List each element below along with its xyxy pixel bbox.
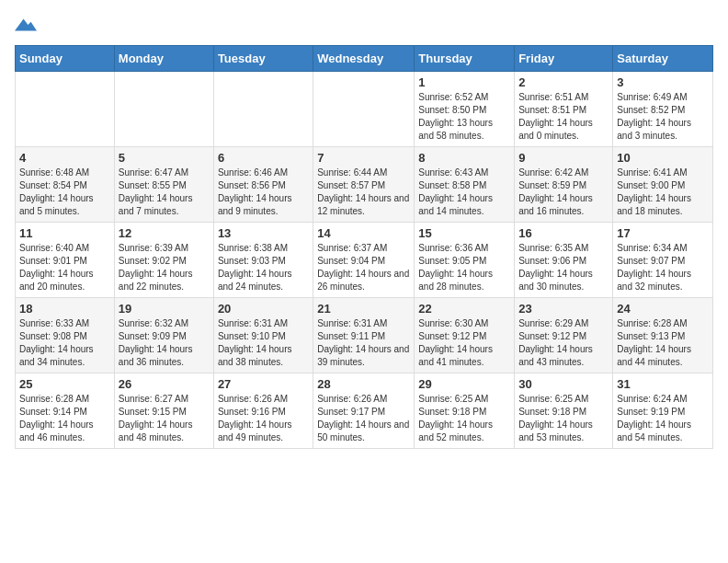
calendar-cell: 3Sunrise: 6:49 AM Sunset: 8:52 PM Daylig… bbox=[613, 72, 713, 147]
calendar-week-row: 1Sunrise: 6:52 AM Sunset: 8:50 PM Daylig… bbox=[16, 72, 713, 147]
calendar-week-row: 11Sunrise: 6:40 AM Sunset: 9:01 PM Dayli… bbox=[16, 223, 713, 298]
day-number: 12 bbox=[119, 226, 210, 240]
calendar-cell bbox=[114, 72, 213, 147]
day-info: Sunrise: 6:29 AM Sunset: 9:12 PM Dayligh… bbox=[518, 317, 609, 369]
page-header bbox=[15, 15, 713, 34]
day-number: 19 bbox=[119, 302, 210, 316]
day-info: Sunrise: 6:47 AM Sunset: 8:55 PM Dayligh… bbox=[119, 167, 210, 218]
day-info: Sunrise: 6:42 AM Sunset: 8:59 PM Dayligh… bbox=[518, 167, 609, 218]
calendar-cell: 19Sunrise: 6:32 AM Sunset: 9:09 PM Dayli… bbox=[114, 298, 213, 373]
day-info: Sunrise: 6:35 AM Sunset: 9:06 PM Dayligh… bbox=[518, 242, 609, 293]
day-number: 20 bbox=[218, 302, 309, 316]
day-info: Sunrise: 6:31 AM Sunset: 9:10 PM Dayligh… bbox=[218, 317, 309, 369]
day-info: Sunrise: 6:46 AM Sunset: 8:56 PM Dayligh… bbox=[218, 167, 309, 218]
day-number: 11 bbox=[19, 226, 110, 240]
calendar-cell bbox=[313, 72, 415, 147]
calendar-cell: 17Sunrise: 6:34 AM Sunset: 9:07 PM Dayli… bbox=[613, 223, 713, 298]
calendar-week-row: 25Sunrise: 6:28 AM Sunset: 9:14 PM Dayli… bbox=[16, 373, 713, 449]
day-of-week-header: Wednesday bbox=[313, 46, 415, 72]
day-info: Sunrise: 6:36 AM Sunset: 9:05 PM Dayligh… bbox=[418, 242, 510, 293]
calendar-cell: 29Sunrise: 6:25 AM Sunset: 9:18 PM Dayli… bbox=[415, 373, 515, 449]
day-info: Sunrise: 6:43 AM Sunset: 8:58 PM Dayligh… bbox=[418, 167, 510, 218]
calendar-cell: 25Sunrise: 6:28 AM Sunset: 9:14 PM Dayli… bbox=[16, 373, 115, 449]
calendar-cell: 12Sunrise: 6:39 AM Sunset: 9:02 PM Dayli… bbox=[114, 223, 213, 298]
day-of-week-header: Thursday bbox=[415, 46, 515, 72]
calendar-week-row: 4Sunrise: 6:48 AM Sunset: 8:54 PM Daylig… bbox=[16, 147, 713, 223]
day-number: 26 bbox=[119, 377, 210, 391]
day-info: Sunrise: 6:34 AM Sunset: 9:07 PM Dayligh… bbox=[617, 242, 709, 293]
day-number: 17 bbox=[617, 226, 709, 240]
day-number: 15 bbox=[418, 226, 510, 240]
day-number: 5 bbox=[119, 151, 210, 165]
day-number: 30 bbox=[518, 377, 609, 391]
day-number: 28 bbox=[317, 377, 410, 391]
calendar-cell: 26Sunrise: 6:27 AM Sunset: 9:15 PM Dayli… bbox=[114, 373, 213, 449]
calendar-cell: 21Sunrise: 6:31 AM Sunset: 9:11 PM Dayli… bbox=[313, 298, 415, 373]
day-info: Sunrise: 6:38 AM Sunset: 9:03 PM Dayligh… bbox=[218, 242, 309, 293]
calendar-cell: 2Sunrise: 6:51 AM Sunset: 8:51 PM Daylig… bbox=[515, 72, 613, 147]
calendar-cell: 8Sunrise: 6:43 AM Sunset: 8:58 PM Daylig… bbox=[415, 147, 515, 223]
day-of-week-header: Saturday bbox=[613, 46, 713, 72]
day-info: Sunrise: 6:28 AM Sunset: 9:13 PM Dayligh… bbox=[617, 317, 709, 369]
day-number: 3 bbox=[617, 75, 709, 89]
calendar-cell: 27Sunrise: 6:26 AM Sunset: 9:16 PM Dayli… bbox=[213, 373, 313, 449]
calendar-cell: 22Sunrise: 6:30 AM Sunset: 9:12 PM Dayli… bbox=[415, 298, 515, 373]
logo bbox=[15, 15, 40, 34]
day-number: 22 bbox=[418, 302, 510, 316]
day-number: 31 bbox=[617, 377, 709, 391]
day-info: Sunrise: 6:31 AM Sunset: 9:11 PM Dayligh… bbox=[317, 317, 410, 369]
day-number: 25 bbox=[19, 377, 110, 391]
day-number: 10 bbox=[617, 151, 709, 165]
calendar-cell: 13Sunrise: 6:38 AM Sunset: 9:03 PM Dayli… bbox=[213, 223, 313, 298]
day-number: 9 bbox=[518, 151, 609, 165]
calendar-cell: 28Sunrise: 6:26 AM Sunset: 9:17 PM Dayli… bbox=[313, 373, 415, 449]
day-number: 8 bbox=[418, 151, 510, 165]
calendar-cell: 18Sunrise: 6:33 AM Sunset: 9:08 PM Dayli… bbox=[16, 298, 115, 373]
day-info: Sunrise: 6:37 AM Sunset: 9:04 PM Dayligh… bbox=[317, 242, 410, 293]
calendar-cell: 1Sunrise: 6:52 AM Sunset: 8:50 PM Daylig… bbox=[415, 72, 515, 147]
calendar-cell: 5Sunrise: 6:47 AM Sunset: 8:55 PM Daylig… bbox=[114, 147, 213, 223]
calendar-cell: 31Sunrise: 6:24 AM Sunset: 9:19 PM Dayli… bbox=[613, 373, 713, 449]
calendar-week-row: 18Sunrise: 6:33 AM Sunset: 9:08 PM Dayli… bbox=[16, 298, 713, 373]
calendar-cell: 10Sunrise: 6:41 AM Sunset: 9:00 PM Dayli… bbox=[613, 147, 713, 223]
day-number: 29 bbox=[418, 377, 510, 391]
day-info: Sunrise: 6:27 AM Sunset: 9:15 PM Dayligh… bbox=[119, 393, 210, 444]
day-number: 6 bbox=[218, 151, 309, 165]
day-of-week-header: Friday bbox=[515, 46, 613, 72]
days-header-row: SundayMondayTuesdayWednesdayThursdayFrid… bbox=[16, 46, 713, 72]
day-info: Sunrise: 6:26 AM Sunset: 9:17 PM Dayligh… bbox=[317, 393, 410, 444]
day-number: 16 bbox=[518, 226, 609, 240]
calendar-cell bbox=[213, 72, 313, 147]
day-number: 18 bbox=[19, 302, 110, 316]
day-number: 2 bbox=[518, 75, 609, 89]
day-number: 7 bbox=[317, 151, 410, 165]
day-of-week-header: Monday bbox=[114, 46, 213, 72]
day-info: Sunrise: 6:33 AM Sunset: 9:08 PM Dayligh… bbox=[19, 317, 110, 369]
day-info: Sunrise: 6:51 AM Sunset: 8:51 PM Dayligh… bbox=[518, 91, 609, 143]
day-info: Sunrise: 6:30 AM Sunset: 9:12 PM Dayligh… bbox=[418, 317, 510, 369]
calendar-cell: 24Sunrise: 6:28 AM Sunset: 9:13 PM Dayli… bbox=[613, 298, 713, 373]
calendar-cell: 6Sunrise: 6:46 AM Sunset: 8:56 PM Daylig… bbox=[213, 147, 313, 223]
calendar-cell bbox=[16, 72, 115, 147]
calendar-cell: 4Sunrise: 6:48 AM Sunset: 8:54 PM Daylig… bbox=[16, 147, 115, 223]
day-info: Sunrise: 6:48 AM Sunset: 8:54 PM Dayligh… bbox=[19, 167, 110, 218]
day-number: 23 bbox=[518, 302, 609, 316]
day-number: 13 bbox=[218, 226, 309, 240]
day-number: 27 bbox=[218, 377, 309, 391]
day-info: Sunrise: 6:24 AM Sunset: 9:19 PM Dayligh… bbox=[617, 393, 709, 444]
day-info: Sunrise: 6:26 AM Sunset: 9:16 PM Dayligh… bbox=[218, 393, 309, 444]
day-info: Sunrise: 6:25 AM Sunset: 9:18 PM Dayligh… bbox=[518, 393, 609, 444]
day-number: 4 bbox=[19, 151, 110, 165]
day-number: 24 bbox=[617, 302, 709, 316]
day-number: 1 bbox=[418, 75, 510, 89]
day-of-week-header: Tuesday bbox=[213, 46, 313, 72]
calendar-cell: 7Sunrise: 6:44 AM Sunset: 8:57 PM Daylig… bbox=[313, 147, 415, 223]
calendar: SundayMondayTuesdayWednesdayThursdayFrid… bbox=[15, 45, 713, 449]
day-info: Sunrise: 6:25 AM Sunset: 9:18 PM Dayligh… bbox=[418, 393, 510, 444]
day-number: 14 bbox=[317, 226, 410, 240]
calendar-cell: 23Sunrise: 6:29 AM Sunset: 9:12 PM Dayli… bbox=[515, 298, 613, 373]
day-info: Sunrise: 6:44 AM Sunset: 8:57 PM Dayligh… bbox=[317, 167, 410, 218]
calendar-cell: 16Sunrise: 6:35 AM Sunset: 9:06 PM Dayli… bbox=[515, 223, 613, 298]
calendar-cell: 15Sunrise: 6:36 AM Sunset: 9:05 PM Dayli… bbox=[415, 223, 515, 298]
calendar-cell: 20Sunrise: 6:31 AM Sunset: 9:10 PM Dayli… bbox=[213, 298, 313, 373]
